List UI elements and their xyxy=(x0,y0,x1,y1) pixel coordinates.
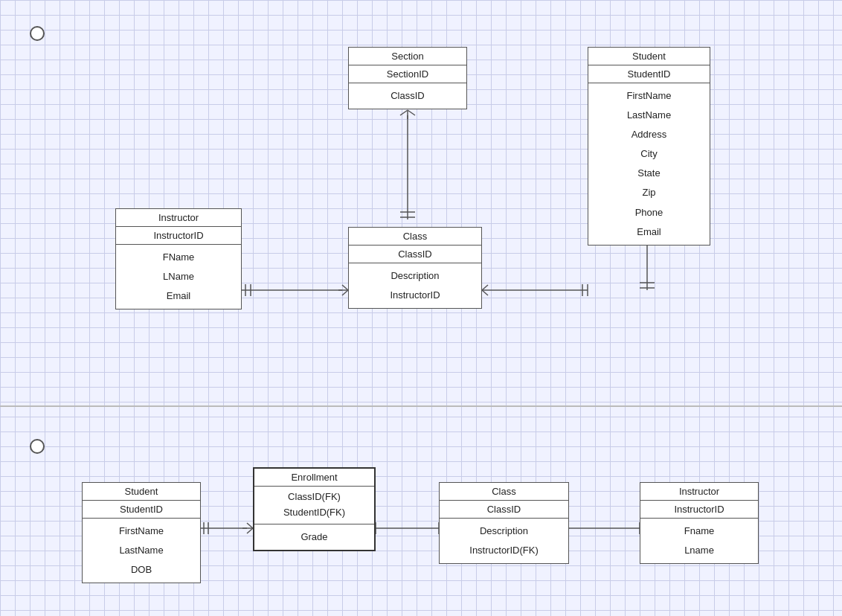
entity-student-top-attrs: FirstName LastName Address City State Zi… xyxy=(588,83,710,245)
svg-line-23 xyxy=(247,523,253,528)
svg-line-1 xyxy=(400,110,408,115)
entity-student-top[interactable]: Student StudentID FirstName LastName Add… xyxy=(588,47,710,246)
svg-line-13 xyxy=(482,285,488,290)
entity-instructor-top-pk: InstructorID xyxy=(116,227,241,245)
svg-line-2 xyxy=(408,110,415,115)
entity-instructor-bot-title: Instructor xyxy=(640,483,758,501)
entity-section-title: Section xyxy=(349,48,466,65)
entity-instructor-bot[interactable]: Instructor InstructorID Fname Lname xyxy=(640,482,759,564)
entity-student-bot-title: Student xyxy=(83,483,200,501)
entity-student-bot-attrs: FirstName LastName DOB xyxy=(83,519,200,583)
entity-student-bot[interactable]: Student StudentID FirstName LastName DOB xyxy=(82,482,201,583)
attr-classid: ClassID xyxy=(356,86,459,106)
svg-line-24 xyxy=(247,528,253,533)
entity-enrollment-attrs: Grade xyxy=(254,524,374,550)
entity-class-bot-title: Class xyxy=(440,483,568,501)
diagram-canvas: Section SectionID ClassID Student Studen… xyxy=(0,0,842,616)
entity-class-top-attrs: Description InstructorID xyxy=(349,263,481,308)
radio-top[interactable] xyxy=(30,26,45,41)
entity-student-bot-pk: StudentID xyxy=(83,501,200,519)
svg-line-10 xyxy=(342,290,348,295)
panel-divider xyxy=(0,405,842,407)
entity-class-bot-pk: ClassID xyxy=(440,501,568,519)
entity-enrollment-title: Enrollment xyxy=(254,469,374,487)
entity-enrollment-pk: ClassID(FK)StudentID(FK) xyxy=(254,487,374,524)
entity-instructor-top-title: Instructor xyxy=(116,209,241,227)
entity-instructor-top[interactable]: Instructor InstructorID FName LName Emai… xyxy=(115,208,242,309)
entity-class-bot[interactable]: Class ClassID Description InstructorID(F… xyxy=(439,482,569,564)
entity-class-top[interactable]: Class ClassID Description InstructorID xyxy=(348,227,482,309)
entity-section-attrs: ClassID xyxy=(349,83,466,109)
radio-bottom[interactable] xyxy=(30,439,45,454)
entity-section[interactable]: Section SectionID ClassID xyxy=(348,47,467,109)
entity-section-pk: SectionID xyxy=(349,65,466,83)
svg-line-14 xyxy=(482,290,488,295)
entity-class-top-title: Class xyxy=(349,228,481,246)
entity-instructor-bot-pk: InstructorID xyxy=(640,501,758,519)
entity-enrollment[interactable]: Enrollment ClassID(FK)StudentID(FK) Grad… xyxy=(253,467,376,551)
entity-class-bot-attrs: Description InstructorID(FK) xyxy=(440,519,568,563)
svg-line-9 xyxy=(342,285,348,290)
entity-student-top-title: Student xyxy=(588,48,710,65)
entity-class-top-pk: ClassID xyxy=(349,246,481,263)
entity-instructor-bot-attrs: Fname Lname xyxy=(640,519,758,563)
entity-instructor-top-attrs: FName LName Email xyxy=(116,245,241,309)
entity-student-top-pk: StudentID xyxy=(588,65,710,83)
